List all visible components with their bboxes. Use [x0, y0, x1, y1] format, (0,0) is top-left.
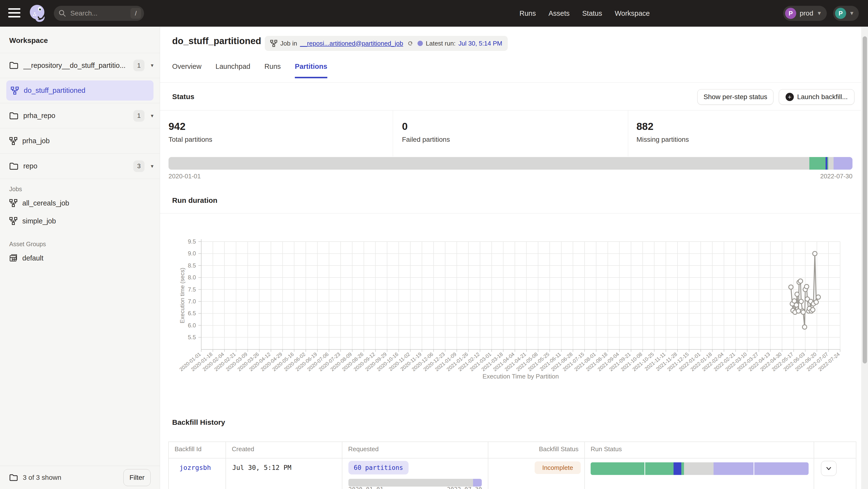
requested-partitions-badge[interactable]: 60 partitions [348, 461, 408, 475]
launch-backfill-button[interactable]: + Launch backfill... [779, 89, 855, 105]
run-status-segment [591, 462, 645, 475]
y-tick-label: 9.0 [188, 250, 196, 257]
chart-top-divider [160, 213, 861, 214]
tab-overview[interactable]: Overview [172, 63, 202, 78]
user-menu[interactable]: P ▼ [833, 6, 859, 21]
run-status-segment [754, 462, 809, 475]
partition-status-bar[interactable] [168, 157, 852, 170]
plus-circle-icon: + [785, 93, 794, 101]
chevron-down-icon [826, 465, 832, 471]
stats-top-divider [160, 110, 861, 110]
sidebar-item-label: simple_job [22, 217, 56, 225]
sidebar-item-default[interactable]: default [0, 249, 160, 267]
y-axis-title: Execution time (secs) [179, 268, 185, 323]
sidebar-item-label: prha_job [22, 137, 153, 145]
sidebar-item-label: repo [23, 162, 128, 170]
sidebar-item--repository-do-stuff-partitio-[interactable]: __repository__do_stuff_partitio...1▾ [0, 53, 160, 78]
hamburger-menu-icon[interactable] [8, 8, 20, 19]
y-tick-label: 8.0 [188, 274, 196, 281]
y-tick-label: 8.5 [188, 262, 196, 269]
sidebar-item-prha-repo[interactable]: prha_repo1▾ [0, 103, 160, 128]
dagster-logo-icon[interactable] [27, 3, 48, 24]
sidebar-item-simple_job[interactable]: simple_job [0, 212, 160, 230]
scrollbar-thumb[interactable] [863, 36, 867, 363]
latest-run-prefix: Latest run: [426, 40, 456, 47]
requested-partitions-bar [348, 479, 482, 487]
search-placeholder: Search... [70, 9, 130, 17]
partition-status-segment [809, 157, 826, 170]
run-duration-chart: 9.59.08.58.07.57.06.56.05.52020-01-01202… [160, 216, 861, 407]
deployment-switcher[interactable]: P prod ▼ [783, 6, 827, 21]
user-avatar: P [835, 8, 846, 19]
run-status-segment [684, 462, 714, 475]
nav-link-assets[interactable]: Assets [549, 9, 569, 18]
deployment-avatar: P [785, 8, 796, 19]
tab-launchpad[interactable]: Launchpad [216, 63, 250, 78]
data-point-marker[interactable] [794, 303, 799, 307]
run-duration-heading: Run duration [172, 196, 217, 204]
data-point-marker[interactable] [802, 325, 807, 329]
search-input[interactable]: Search... / [54, 6, 144, 21]
data-point-marker[interactable] [799, 299, 803, 304]
job-origin-link[interactable]: __reposi...artitioned@partitioned_job [300, 40, 403, 47]
stat-value: 882 [637, 121, 689, 132]
partition-range-end: 2022-07-30 [805, 172, 852, 180]
chevron-down-icon[interactable]: ▾ [151, 113, 153, 119]
expand-row-button[interactable] [821, 461, 836, 476]
section-title-asset-groups: Asset Groups [9, 240, 160, 248]
tab-runs[interactable]: Runs [264, 63, 281, 78]
stat-total-partitions: 942 Total partitions [168, 121, 212, 143]
sidebar-title: Workspace [9, 36, 48, 44]
backfill-id-link[interactable]: jozrgsbh [179, 464, 211, 471]
data-point-marker[interactable] [801, 310, 805, 314]
job-icon [9, 137, 18, 145]
tab-partitions[interactable]: Partitions [295, 63, 327, 78]
folder-icon [9, 62, 19, 69]
run-status-segment [681, 462, 684, 475]
section-title-jobs: Jobs [9, 186, 160, 193]
data-point-marker[interactable] [810, 307, 815, 312]
table-column-border [342, 442, 342, 489]
latest-run-badge: Latest run: Jul 30, 5:14 PM [412, 36, 508, 51]
job-icon [11, 87, 19, 95]
data-point-marker[interactable] [795, 292, 799, 296]
nav-link-runs[interactable]: Runs [520, 9, 536, 18]
job-icon [9, 199, 18, 207]
folder-icon [9, 474, 18, 481]
chevron-down-icon: ▼ [849, 10, 855, 17]
y-tick-label: 7.0 [188, 298, 196, 304]
sidebar-item-inner: prha_repo1▾ [0, 103, 160, 128]
filter-button[interactable]: Filter [123, 469, 151, 486]
search-icon [58, 9, 66, 18]
latest-run-link[interactable]: Jul 30, 5:14 PM [459, 40, 502, 47]
folder-icon [9, 112, 19, 120]
partition-range-start: 2020-01-01 [168, 172, 201, 180]
search-shortcut-key: / [130, 8, 141, 19]
show-per-step-status-button[interactable]: Show per-step status [697, 89, 773, 105]
run-status-segment [714, 462, 753, 475]
run-status-bar[interactable] [591, 462, 809, 475]
chevron-down-icon[interactable]: ▾ [151, 62, 153, 69]
sidebar-item-all_cereals_job[interactable]: all_cereals_job [0, 194, 160, 212]
data-point-marker[interactable] [814, 300, 818, 304]
partition-status-segment [826, 157, 827, 170]
data-point-marker[interactable] [813, 251, 817, 256]
sidebar-item-prha-job[interactable]: prha_job [0, 128, 160, 154]
nav-link-workspace[interactable]: Workspace [615, 9, 650, 18]
sidebar-item-do-stuff-partitioned[interactable]: do_stuff_partitioned [0, 78, 160, 103]
chevron-down-icon: ▼ [816, 10, 822, 17]
backfill-status-badge: Incomplete [535, 461, 581, 474]
data-point-marker[interactable] [789, 285, 793, 289]
scrollbar-track[interactable] [861, 27, 868, 489]
data-point-marker[interactable] [798, 279, 803, 283]
sidebar-item-label: do_stuff_partitioned [24, 87, 149, 95]
chevron-down-icon[interactable]: ▾ [151, 163, 153, 169]
repository-list: __repository__do_stuff_partitio...1▾do_s… [0, 53, 160, 179]
data-point-marker[interactable] [804, 285, 809, 289]
workspace-sidebar: Workspace __repository__do_stuff_partiti… [0, 27, 160, 489]
column-header-requested: Requested [348, 445, 379, 453]
table-column-border [225, 442, 226, 489]
nav-link-status[interactable]: Status [582, 9, 602, 18]
stat-value: 942 [168, 121, 212, 132]
data-point-marker[interactable] [816, 295, 820, 299]
